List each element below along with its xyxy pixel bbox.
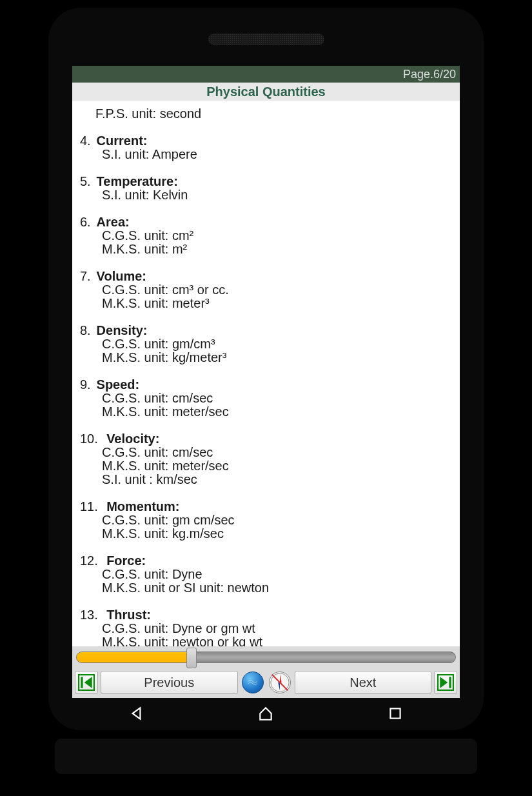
bottom-panel: Previous Next <box>72 646 460 698</box>
previous-button[interactable]: Previous <box>101 671 238 694</box>
square-recent-icon <box>387 705 404 722</box>
entry-header: 10. Velocity: <box>80 432 457 446</box>
entry-number: 4. <box>80 134 93 148</box>
home-icon <box>257 705 274 722</box>
entry-line: C.G.S. unit: cm/sec <box>80 446 457 459</box>
svg-rect-9 <box>449 677 451 688</box>
skip-previous-icon <box>78 674 95 691</box>
content-entry: 8. Density:C.G.S. unit: gm/cm³M.K.S. uni… <box>80 324 457 364</box>
entry-line: S.I. unit : km/sec <box>80 473 457 486</box>
entry-line: M.K.S. unit: kg/meter³ <box>80 351 457 364</box>
entry-line: C.G.S. unit: cm² <box>80 229 457 243</box>
entry-title: Volume: <box>97 269 146 283</box>
content-entry: 13. Thrust:C.G.S. unit: Dyne or gm wtM.K… <box>80 608 457 646</box>
content-area[interactable]: F.P.S. unit: second 4. Current:S.I. unit… <box>72 101 460 646</box>
entry-line: M.K.S. unit: kg.m/sec <box>80 527 457 541</box>
content-entry: 4. Current:S.I. unit: Ampere <box>80 134 457 161</box>
status-bar: Page.6/20 <box>72 66 460 83</box>
entry-line: C.G.S. unit: Dyne <box>80 568 457 581</box>
entry-title: Force: <box>106 553 146 568</box>
entry-line: C.G.S. unit: cm³ or cc. <box>80 283 457 297</box>
entry-header: 4. Current: <box>80 134 457 148</box>
entry-line: C.G.S. unit: gm/cm³ <box>80 337 457 351</box>
entry-number: 9. <box>80 378 93 392</box>
progress-slider[interactable] <box>76 652 456 663</box>
entry-title: Density: <box>97 323 148 337</box>
entry-number: 10. <box>80 432 99 446</box>
content-entry: 9. Speed:C.G.S. unit: cm/secM.K.S. unit:… <box>80 378 457 419</box>
slider-thumb[interactable] <box>186 648 197 668</box>
entry-line: S.I. unit: Kelvin <box>80 188 457 202</box>
entry-line: M.K.S. unit or SI unit: newton <box>80 581 457 595</box>
globe-shape-icon <box>246 676 259 689</box>
entry-title: Thrust: <box>106 608 151 622</box>
entry-header: 6. Area: <box>80 215 457 229</box>
android-nav-bar <box>72 701 460 728</box>
entry-line: M.K.S. unit: meter/sec <box>80 405 457 419</box>
entry-line: M.K.S. unit: newton or kg wt <box>80 635 457 646</box>
shadow-decoration <box>55 739 477 774</box>
entry-title: Speed: <box>97 377 140 392</box>
entry-number: 6. <box>80 215 93 229</box>
content-line: F.P.S. unit: second <box>80 107 457 121</box>
entry-number: 7. <box>80 270 93 283</box>
svg-marker-10 <box>133 708 141 719</box>
page-title: Physical Quantities <box>72 83 460 101</box>
next-button[interactable]: Next <box>295 671 432 694</box>
page-indicator: Page.6/20 <box>403 68 456 81</box>
entry-line: C.G.S. unit: Dyne or gm wt <box>80 622 457 635</box>
entry-number: 8. <box>80 324 93 337</box>
last-page-button[interactable] <box>434 671 457 694</box>
svg-marker-8 <box>440 677 448 688</box>
triangle-back-icon <box>128 705 145 722</box>
entry-line: S.I. unit: Ampere <box>80 148 457 161</box>
entry-title: Velocity: <box>106 432 159 446</box>
content-entry: 5. Temperature:S.I. unit: Kelvin <box>80 175 457 202</box>
entry-line: C.G.S. unit: cm/sec <box>80 392 457 405</box>
entry-header: 12. Force: <box>80 554 457 568</box>
entry-number: 12. <box>80 554 99 568</box>
recent-apps-button[interactable] <box>387 705 404 724</box>
entry-header: 7. Volume: <box>80 270 457 283</box>
entry-number: 5. <box>80 175 93 188</box>
back-button[interactable] <box>128 705 145 724</box>
svg-rect-11 <box>390 708 400 718</box>
slider-fill <box>77 652 190 662</box>
content-entry: 11. Momentum:C.G.S. unit: gm cm/secM.K.S… <box>80 500 457 541</box>
entry-header: 13. Thrust: <box>80 608 457 622</box>
phone-frame: Page.6/20 Physical Quantities F.P.S. uni… <box>48 8 484 730</box>
entry-number: 11. <box>80 500 99 513</box>
entry-header: 8. Density: <box>80 324 457 337</box>
content-entry: 12. Force:C.G.S. unit: DyneM.K.S. unit o… <box>80 554 457 595</box>
entry-header: 5. Temperature: <box>80 175 457 188</box>
home-button[interactable] <box>257 705 274 724</box>
entry-title: Momentum: <box>106 499 179 513</box>
entry-line: M.K.S. unit: m² <box>80 243 457 256</box>
content-entry: 7. Volume:C.G.S. unit: cm³ or cc.M.K.S. … <box>80 270 457 310</box>
globe-icon[interactable] <box>242 672 264 693</box>
svg-marker-2 <box>84 677 92 688</box>
phone-speaker <box>208 34 324 45</box>
entry-line: M.K.S. unit: meter³ <box>80 297 457 310</box>
entry-line: M.K.S. unit: meter/sec <box>80 459 457 473</box>
entry-header: 11. Momentum: <box>80 500 457 513</box>
app-screen: Page.6/20 Physical Quantities F.P.S. uni… <box>72 66 460 698</box>
content-entry: 10. Velocity:C.G.S. unit: cm/secM.K.S. u… <box>80 432 457 486</box>
entry-title: Temperature: <box>97 174 178 188</box>
entry-header: 9. Speed: <box>80 378 457 392</box>
entry-number: 13. <box>80 608 99 622</box>
content-entry: 6. Area:C.G.S. unit: cm²M.K.S. unit: m² <box>80 215 457 256</box>
skip-next-icon <box>437 674 454 691</box>
svg-rect-1 <box>81 677 83 688</box>
first-page-button[interactable] <box>75 671 98 694</box>
compass-shape-icon <box>270 672 290 693</box>
entry-title: Area: <box>97 215 130 229</box>
entry-title: Current: <box>97 134 148 148</box>
nav-row: Previous Next <box>75 670 457 695</box>
compass-icon[interactable] <box>269 672 291 693</box>
entry-line: C.G.S. unit: gm cm/sec <box>80 513 457 527</box>
